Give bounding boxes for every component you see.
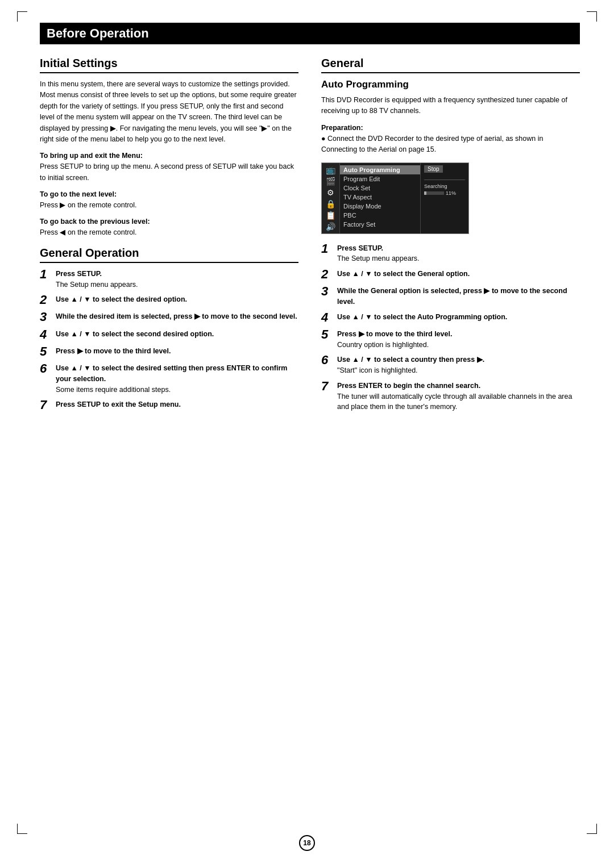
- step-item: 7 Press ENTER to begin the channel searc…: [321, 381, 580, 412]
- step-number-7: 7: [40, 398, 56, 412]
- initial-settings-title: Initial Settings: [40, 57, 298, 73]
- searching-label: Searching: [424, 183, 447, 189]
- subtext-bring-up: Press SETUP to bring up the menu. A seco…: [40, 161, 298, 183]
- step-3-bold: While the desired item is selected, pres…: [56, 312, 297, 320]
- preparation-heading: Preparation:: [321, 124, 580, 132]
- preparation-text: ● Connect the DVD Recorder to the desire…: [321, 133, 580, 156]
- menu-screenshot: 📺 🎬 ⚙ 🔒 📋 🔊 Auto Programming Program: [321, 162, 469, 234]
- corner-mark-br: [587, 824, 597, 834]
- subtext-next-level: Press ▶ on the remote control.: [40, 200, 298, 211]
- right-step-number-2: 2: [321, 268, 337, 281]
- right-step-content-2: Use ▲ / ▼ to select the General option.: [337, 269, 580, 279]
- menu-clock-set: Clock Set: [340, 183, 420, 193]
- step-6-bold: Use ▲ / ▼ to select the desired setting …: [56, 364, 287, 383]
- search-bar-fill: [424, 191, 426, 195]
- step-number-2: 2: [40, 293, 56, 307]
- auto-programming-intro: This DVD Recorder is equipped with a fre…: [321, 95, 580, 117]
- menu-icon-tv: 📺: [326, 165, 335, 174]
- step-number-1: 1: [40, 268, 56, 281]
- right-step-number-1: 1: [321, 242, 337, 256]
- subheading-bring-up: To bring up and exit the Menu:: [40, 152, 298, 160]
- menu-icon-disc: 🎬: [326, 177, 335, 186]
- menu-display-mode: Display Mode: [340, 202, 420, 211]
- menu-icon-list: 📋: [326, 211, 335, 220]
- right-step-5-normal: Country option is highlighted.: [337, 341, 429, 349]
- step-number-5: 5: [40, 345, 56, 358]
- right-step-3-bold: While the General option is selected, pr…: [337, 287, 567, 306]
- menu-factory-set: Factory Set: [340, 220, 420, 229]
- menu-icon-sound: 🔊: [326, 222, 335, 231]
- step-number-6: 6: [40, 362, 56, 375]
- menu-pbc: PBC: [340, 211, 420, 220]
- step-item: 4 Use ▲ / ▼ to select the second desired…: [40, 329, 298, 341]
- step-item: 2 Use ▲ / ▼ to select the General option…: [321, 269, 580, 281]
- right-step-number-7: 7: [321, 379, 337, 393]
- step-item: 5 Press ▶ to move to the third level.: [40, 346, 298, 358]
- step-content-5: Press ▶ to move to the third level.: [56, 346, 298, 357]
- step-item: 1 Press SETUP. The Setup menu appears.: [40, 269, 298, 290]
- right-step-content-6: Use ▲ / ▼ to select a country then press…: [337, 354, 580, 376]
- right-step-5-bold: Press ▶ to move to the third level.: [337, 330, 452, 338]
- menu-program-edit: Program Edit: [340, 174, 420, 183]
- step-item: 1 Press SETUP. The Setup menu appears.: [321, 243, 580, 265]
- corner-mark-tr: [587, 11, 597, 22]
- step-item: 6 Use ▲ / ▼ to select the desired settin…: [40, 363, 298, 395]
- step-item: 2 Use ▲ / ▼ to select the desired option…: [40, 294, 298, 307]
- step-item: 5 Press ▶ to move to the third level. Co…: [321, 329, 580, 350]
- page-title: Before Operation: [47, 26, 573, 41]
- searching-percent: 11%: [446, 190, 456, 196]
- right-step-number-3: 3: [321, 285, 337, 298]
- step-content-3: While the desired item is selected, pres…: [56, 311, 298, 322]
- step-item: 3 While the General option is selected, …: [321, 286, 580, 307]
- subheading-next-level: To go to the next level:: [40, 190, 298, 198]
- right-step-content-3: While the General option is selected, pr…: [337, 286, 580, 307]
- right-step-6-normal: "Start" icon is highlighted.: [337, 366, 418, 374]
- right-step-4-bold: Use ▲ / ▼ to select the Auto Programming…: [337, 313, 507, 321]
- step-number-4: 4: [40, 328, 56, 341]
- auto-programming-steps: 1 Press SETUP. The Setup menu appears. 2…: [321, 243, 580, 413]
- general-operation-title: General Operation: [40, 247, 298, 263]
- right-step-6-bold: Use ▲ / ▼ to select a country then press…: [337, 356, 484, 364]
- stop-button: Stop: [424, 165, 443, 173]
- step-item: 6 Use ▲ / ▼ to select a country then pre…: [321, 354, 580, 376]
- auto-programming-title: Auto Programming: [321, 79, 580, 90]
- right-step-number-4: 4: [321, 311, 337, 324]
- page-wrapper: Before Operation Initial Settings In thi…: [0, 0, 614, 868]
- right-step-1-normal: The Setup menu appears.: [337, 254, 420, 262]
- right-step-content-7: Press ENTER to begin the channel search.…: [337, 381, 580, 412]
- corner-mark-tl: [17, 11, 27, 22]
- right-step-7-bold: Press ENTER to begin the channel search.: [337, 382, 480, 390]
- left-column: Initial Settings In this menu system, th…: [40, 57, 298, 417]
- menu-icon-gear: ⚙: [327, 188, 334, 197]
- page-number: 18: [299, 835, 315, 851]
- general-title: General: [321, 57, 580, 73]
- main-content: Initial Settings In this menu system, th…: [40, 57, 580, 417]
- searching-progress-row: 11%: [424, 190, 465, 196]
- right-column: General Auto Programming This DVD Record…: [321, 57, 580, 417]
- menu-auto-programming-label: Auto Programming: [343, 166, 400, 173]
- menu-icon-lock: 🔒: [326, 199, 335, 208]
- page-header: Before Operation: [40, 23, 580, 44]
- right-step-number-6: 6: [321, 353, 337, 367]
- step-content-7: Press SETUP to exit the Setup menu.: [56, 399, 298, 410]
- step-6-normal: Some items require additional steps.: [56, 386, 171, 394]
- right-step-1-bold: Press SETUP.: [337, 244, 383, 252]
- step-4-bold: Use ▲ / ▼ to select the second desired o…: [56, 330, 214, 338]
- subheading-previous-level: To go back to the previous level:: [40, 218, 298, 226]
- step-content-6: Use ▲ / ▼ to select the desired setting …: [56, 363, 298, 395]
- corner-mark-bl: [17, 824, 27, 834]
- menu-divider: [424, 177, 465, 180]
- menu-tv-aspect: TV Aspect: [340, 193, 420, 202]
- step-item: 3 While the desired item is selected, pr…: [40, 311, 298, 324]
- general-operation-steps: 1 Press SETUP. The Setup menu appears. 2…: [40, 269, 298, 412]
- right-step-content-4: Use ▲ / ▼ to select the Auto Programming…: [337, 312, 580, 323]
- step-1-normal: The Setup menu appears.: [56, 281, 138, 289]
- right-step-7-normal: The tuner will automatically cycle throu…: [337, 393, 572, 411]
- subtext-previous-level: Press ◀ on the remote control.: [40, 227, 298, 238]
- step-1-bold: Press SETUP.: [56, 270, 102, 278]
- right-step-2-bold: Use ▲ / ▼ to select the General option.: [337, 270, 470, 278]
- step-number-3: 3: [40, 310, 56, 324]
- step-item: 4 Use ▲ / ▼ to select the Auto Programmi…: [321, 312, 580, 324]
- right-step-content-5: Press ▶ to move to the third level. Coun…: [337, 329, 580, 350]
- step-content-4: Use ▲ / ▼ to select the second desired o…: [56, 329, 298, 340]
